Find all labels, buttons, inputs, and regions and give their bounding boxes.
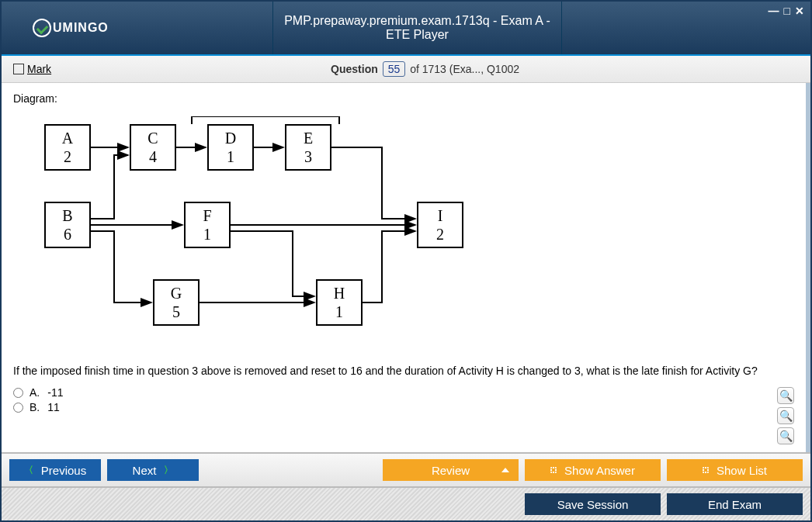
zoom-out-icon[interactable]: 🔍 [777, 427, 794, 444]
node-d: D1 [207, 124, 254, 171]
node-b: B6 [44, 202, 91, 248]
question-bar: Mark Question 55 of 1713 (Exa..., Q1002 [2, 56, 810, 83]
mark-checkbox[interactable] [13, 64, 24, 74]
diagram-label: Diagram: [13, 92, 794, 105]
question-total: of 1713 (Exa..., Q1002 [410, 63, 519, 75]
zoom-in-icon[interactable]: 🔍 [777, 407, 794, 424]
question-text: If the imposed finish time in question 3… [13, 365, 794, 377]
titlebar: UMINGO PMP.prepaway.premium.exam.1713q -… [2, 2, 810, 56]
minimize-icon[interactable]: — [769, 5, 779, 17]
content-area: Diagram: [2, 83, 810, 452]
show-list-button[interactable]: Show List [667, 459, 803, 481]
nav-toolbar: 〈Previous Next〉 Review Show Answer Show … [2, 452, 810, 486]
logo-check-icon [33, 19, 51, 37]
save-session-button[interactable]: Save Session [525, 493, 661, 515]
option-radio[interactable] [13, 388, 23, 398]
node-h: H1 [316, 279, 363, 326]
list-icon [703, 467, 709, 473]
node-i: I2 [417, 202, 463, 248]
logo-text: UMINGO [53, 21, 109, 35]
session-toolbar: Save Session End Exam [2, 486, 810, 520]
close-icon[interactable]: ✕ [795, 5, 804, 17]
zoom-reset-icon[interactable]: 🔍 [777, 387, 794, 404]
option-a[interactable]: A.-11 [13, 386, 794, 399]
node-f: F1 [184, 202, 231, 248]
show-answer-button[interactable]: Show Answer [525, 459, 661, 481]
question-prefix: Question [331, 63, 378, 75]
option-b[interactable]: B.11 [13, 401, 794, 413]
option-radio[interactable] [13, 403, 23, 413]
diagram: A2C4D1E3B6F1G5H1I2 [29, 116, 779, 341]
previous-button[interactable]: 〈Previous [9, 459, 101, 481]
review-button[interactable]: Review [383, 459, 519, 481]
mark-label[interactable]: Mark [27, 63, 51, 75]
node-c: C4 [130, 124, 176, 171]
maximize-icon[interactable]: □ [784, 5, 790, 17]
node-a: A2 [44, 124, 91, 171]
end-exam-button[interactable]: End Exam [667, 493, 803, 515]
next-button[interactable]: Next〉 [107, 459, 199, 481]
node-g: G5 [153, 279, 200, 326]
app-logo: UMINGO [2, 2, 273, 54]
question-number[interactable]: 55 [383, 61, 406, 77]
answer-icon [550, 467, 557, 473]
node-e: E3 [285, 124, 331, 171]
window-title: PMP.prepaway.premium.exam.1713q - Exam A… [281, 14, 553, 42]
